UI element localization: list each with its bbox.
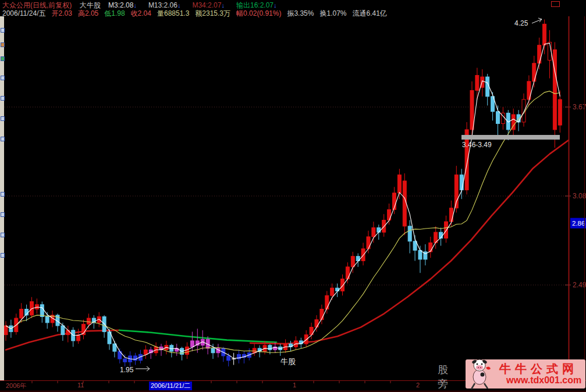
- quote-field: 收2.04: [131, 9, 151, 17]
- stock-title: 大众公用(日线,前复权): [2, 1, 72, 9]
- watermark-site-name: 牛牛公式网: [499, 361, 578, 377]
- down-arrow-icon: ↓: [177, 2, 181, 9]
- date-axis-label: 11: [77, 382, 84, 389]
- quote-field: 开2.03: [52, 9, 72, 17]
- cow-mascot-icon: [467, 357, 493, 391]
- quote-field: 低1.98: [104, 9, 125, 17]
- quote-info-row: 2006/11/24/五开2.03高2.05低1.98收2.04量68851.3…: [2, 9, 393, 19]
- candles-layer: [4, 20, 562, 366]
- ma-value-labels: M3:2.08↓M13:2.06↓M34:2.07↓输出16:2.07↓: [108, 1, 289, 9]
- low-annotation: 1.95: [120, 366, 134, 374]
- toolbar-mini-icon[interactable]: [1, 253, 5, 258]
- quote-field: 换1.07%: [319, 9, 346, 17]
- toolbar-mini-icon[interactable]: [1, 96, 5, 101]
- bull-stock-tag: 牛股: [280, 357, 296, 366]
- info-bar: 大众公用(日线,前复权) 大牛股 M3:2.08↓M13:2.06↓M34:2.…: [0, 0, 586, 16]
- toolbar-mini-icon[interactable]: [1, 42, 5, 47]
- quote-field: 2006/11/24/五: [2, 9, 46, 17]
- ma-label: M3:2.08↓: [108, 1, 143, 9]
- date-axis-label: 2: [416, 382, 420, 389]
- quote-field: 额2315.3万: [195, 9, 230, 17]
- quote-field: 量68851.3: [157, 9, 189, 17]
- high-annotation: 4.25: [514, 19, 528, 27]
- candlestick-chart-canvas[interactable]: 3.673.082.493.46-3.494.251.95牛股2.86: [0, 0, 586, 392]
- watermark-left-text: 股旁: [438, 363, 449, 391]
- price-axis-label: 2.49: [573, 281, 586, 289]
- toolbar-mini-icon[interactable]: [1, 192, 5, 197]
- toolbar-mini-icon[interactable]: [1, 28, 5, 33]
- ma-label: 输出16:2.07↓: [236, 1, 283, 9]
- watermark-site-url: www.tdx001.com: [506, 375, 581, 386]
- price-box-layer: 2.86: [570, 218, 586, 229]
- grid-layer: 3.673.082.49: [5, 103, 586, 289]
- selected-date-label: 2006/11/21/二: [149, 382, 192, 390]
- ma-label: M34:2.07↓: [192, 1, 230, 9]
- current-price-box: 2.86: [572, 220, 585, 227]
- down-arrow-icon: ↓: [133, 2, 137, 9]
- toolbar-mini-icon[interactable]: [1, 76, 5, 80]
- tdx-stock-chart-window: { "theme":{"bg":"#000000","grid":"#5a2a2…: [0, 0, 586, 392]
- watermark-box: 牛牛公式网 www.tdx001.com: [466, 359, 585, 389]
- quote-field: 高2.05: [78, 9, 98, 17]
- toolbar-mini-icon[interactable]: [1, 212, 5, 217]
- price-axis-label: 3.67: [573, 103, 586, 111]
- range-annotation: 3.46-3.49: [462, 141, 492, 149]
- toolbar-mini-icon[interactable]: [1, 233, 5, 237]
- left-toolbar-sliver[interactable]: [0, 16, 4, 380]
- indicator-name: 大牛股: [80, 1, 101, 9]
- toolbar-mini-icon[interactable]: [1, 56, 5, 61]
- toolbar-mini-icon[interactable]: [1, 137, 5, 141]
- toolbar-mini-icon[interactable]: [1, 116, 5, 121]
- down-arrow-icon: ↓: [221, 2, 225, 9]
- quote-field: 幅0.02(0.91%): [236, 9, 281, 17]
- quote-field: 流通6.41亿: [352, 9, 386, 17]
- quote-field: 振3.35%: [287, 9, 314, 17]
- down-arrow-icon: ↓: [274, 2, 277, 9]
- frame-layer: [0, 16, 586, 391]
- corner-marker-icon[interactable]: [551, 1, 560, 7]
- date-axis-label: 2006年: [6, 382, 26, 390]
- price-axis-label: 3.08: [573, 192, 586, 200]
- date-axis-label: 1: [293, 382, 296, 389]
- ma-label: M13:2.06↓: [148, 1, 187, 9]
